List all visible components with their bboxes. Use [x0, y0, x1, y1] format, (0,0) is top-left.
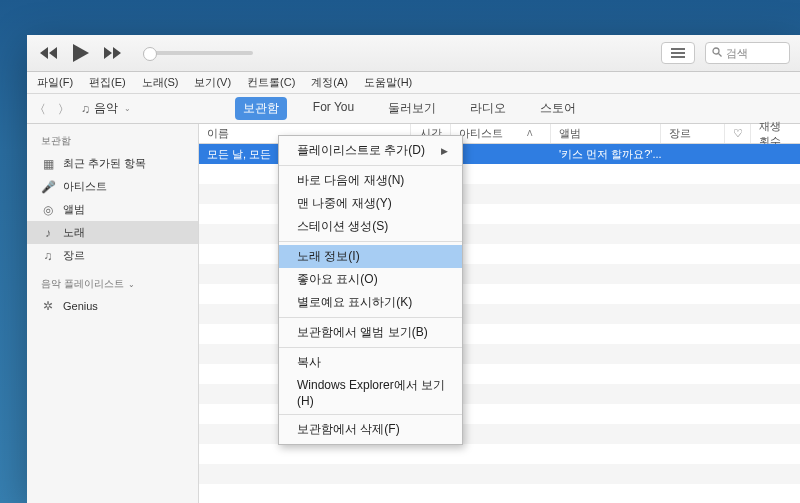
cm-song-info[interactable]: 노래 정보(I): [279, 245, 462, 268]
toolbar: 검색: [27, 35, 800, 72]
search-input[interactable]: 검색: [705, 42, 790, 64]
sidebar-item-albums[interactable]: ◎앨범: [27, 198, 198, 221]
prev-button[interactable]: [39, 43, 59, 63]
volume-slider[interactable]: [143, 51, 253, 55]
menu-song[interactable]: 노래(S): [142, 75, 179, 90]
list-view-button[interactable]: [661, 42, 695, 64]
sidebar-item-recent[interactable]: ▦최근 추가된 항목: [27, 152, 198, 175]
chevron-down-icon: ⌄: [124, 104, 131, 113]
cm-play-later[interactable]: 맨 나중에 재생(Y): [279, 192, 462, 215]
col-artist[interactable]: 아티스트ᐱ: [451, 124, 551, 143]
context-menu: 플레이리스트로 추가(D)▶ 바로 다음에 재생(N) 맨 나중에 재생(Y) …: [278, 135, 463, 445]
empty-row: [199, 484, 800, 503]
sidebar-item-genres[interactable]: ♫장르: [27, 244, 198, 267]
nav-back-button[interactable]: 〈: [37, 102, 49, 115]
tab-radio[interactable]: 라디오: [462, 97, 514, 120]
col-love[interactable]: ♡: [725, 124, 751, 143]
sidebar-item-artists[interactable]: 🎤아티스트: [27, 175, 198, 198]
sidebar-item-genius[interactable]: ✲Genius: [27, 295, 198, 317]
cm-add-to-playlist[interactable]: 플레이리스트로 추가(D)▶: [279, 139, 462, 162]
nav-forward-button[interactable]: 〉: [55, 102, 67, 115]
media-selector[interactable]: ♫ 음악 ⌄: [73, 98, 139, 119]
cm-separator: [279, 241, 462, 242]
cm-play-next[interactable]: 바로 다음에 재생(N): [279, 169, 462, 192]
sidebar: 보관함 ▦최근 추가된 항목 🎤아티스트 ◎앨범 ♪노래 ♫장르 음악 플레이리…: [27, 124, 199, 503]
tab-for-you[interactable]: For You: [305, 97, 362, 120]
nav-tabs: 보관함 For You 둘러보기 라디오 스토어: [145, 97, 674, 120]
menu-edit[interactable]: 편집(E): [89, 75, 126, 90]
cm-love[interactable]: 좋아요 표시(O): [279, 268, 462, 291]
media-selector-label: 음악: [94, 100, 118, 117]
tab-library[interactable]: 보관함: [235, 97, 287, 120]
col-plays[interactable]: 재생 횟수: [751, 124, 800, 143]
navbar: 〈 〉 ♫ 음악 ⌄ 보관함 For You 둘러보기 라디오 스토어: [27, 94, 800, 124]
track-album: '키스 먼저 할까요?'...: [551, 147, 661, 162]
sidebar-item-songs[interactable]: ♪노래: [27, 221, 198, 244]
grid-icon: ▦: [41, 157, 55, 171]
note-icon: ♪: [41, 226, 55, 240]
svg-point-0: [713, 48, 719, 54]
empty-row: [199, 444, 800, 464]
menu-controls[interactable]: 컨트롤(C): [247, 75, 295, 90]
sidebar-item-label: 노래: [63, 225, 85, 240]
playback-controls: [39, 43, 253, 63]
tab-browse[interactable]: 둘러보기: [380, 97, 444, 120]
menu-file[interactable]: 파일(F): [37, 75, 73, 90]
search-icon: [712, 47, 722, 59]
cm-separator: [279, 414, 462, 415]
eq-icon: ♫: [41, 249, 55, 263]
genius-icon: ✲: [41, 299, 55, 313]
cm-separator: [279, 165, 462, 166]
cm-show-in-explorer[interactable]: Windows Explorer에서 보기(H): [279, 374, 462, 411]
cm-show-album[interactable]: 보관함에서 앨범 보기(B): [279, 321, 462, 344]
mic-icon: 🎤: [41, 180, 55, 194]
sidebar-item-label: Genius: [63, 300, 98, 312]
empty-row: [199, 464, 800, 484]
svg-line-1: [719, 54, 722, 57]
cm-copy[interactable]: 복사: [279, 351, 462, 374]
toolbar-right: 검색: [661, 42, 790, 64]
sort-asc-icon: ᐱ: [527, 129, 532, 138]
tab-store[interactable]: 스토어: [532, 97, 584, 120]
cm-dislike[interactable]: 별로예요 표시하기(K): [279, 291, 462, 314]
sidebar-header-library: 보관함: [27, 130, 198, 152]
cm-delete[interactable]: 보관함에서 삭제(F): [279, 418, 462, 441]
cm-separator: [279, 347, 462, 348]
cm-separator: [279, 317, 462, 318]
menu-help[interactable]: 도움말(H): [364, 75, 412, 90]
sidebar-item-label: 앨범: [63, 202, 85, 217]
search-placeholder: 검색: [726, 46, 748, 61]
sidebar-item-label: 장르: [63, 248, 85, 263]
chevron-down-icon: ⌄: [128, 280, 135, 289]
play-button[interactable]: [71, 43, 91, 63]
menu-account[interactable]: 계정(A): [311, 75, 348, 90]
album-icon: ◎: [41, 203, 55, 217]
sidebar-item-label: 최근 추가된 항목: [63, 156, 146, 171]
music-note-icon: ♫: [81, 102, 90, 116]
submenu-arrow-icon: ▶: [441, 146, 448, 156]
sidebar-item-label: 아티스트: [63, 179, 107, 194]
cm-create-station[interactable]: 스테이션 생성(S): [279, 215, 462, 238]
heart-icon: ♡: [733, 127, 743, 140]
col-album[interactable]: 앨범: [551, 124, 661, 143]
menubar: 파일(F) 편집(E) 노래(S) 보기(V) 컨트롤(C) 계정(A) 도움말…: [27, 72, 800, 94]
menu-view[interactable]: 보기(V): [194, 75, 231, 90]
next-button[interactable]: [103, 43, 123, 63]
sidebar-header-playlists: 음악 플레이리스트⌄: [27, 267, 198, 295]
col-genre[interactable]: 장르: [661, 124, 725, 143]
